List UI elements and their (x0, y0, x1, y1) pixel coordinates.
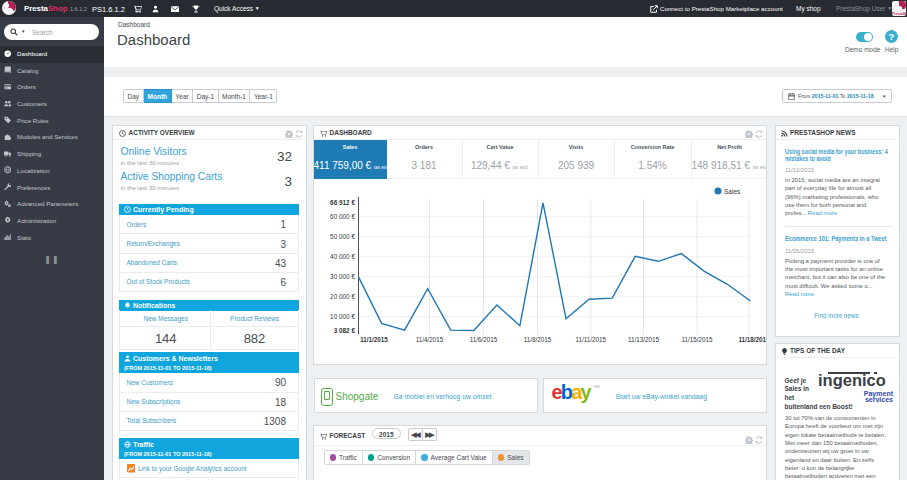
svg-text:50 000 €: 50 000 € (330, 233, 355, 240)
svg-text:11/11/2015: 11/11/2015 (575, 336, 606, 343)
svg-text:11/6/2015: 11/6/2015 (469, 336, 497, 343)
svg-text:11/1/2015: 11/1/2015 (360, 336, 388, 343)
svg-text:10 000 €: 10 000 € (330, 313, 355, 320)
svg-text:30 000 €: 30 000 € (330, 273, 355, 280)
svg-text:11/18/2015: 11/18/2015 (738, 336, 766, 343)
svg-text:Sales: Sales (724, 188, 741, 195)
svg-text:11/4/2015: 11/4/2015 (415, 336, 443, 343)
svg-text:11/8/2015: 11/8/2015 (523, 336, 551, 343)
svg-text:11/15/2015: 11/15/2015 (681, 336, 713, 343)
svg-text:20 000 €: 20 000 € (330, 293, 355, 300)
svg-text:40 000 €: 40 000 € (330, 253, 355, 260)
svg-text:66 912 €: 66 912 € (330, 199, 355, 206)
svg-text:3 082 €: 3 082 € (333, 327, 355, 334)
svg-text:11/13/2015: 11/13/2015 (627, 336, 659, 343)
svg-text:60 000 €: 60 000 € (330, 213, 355, 220)
